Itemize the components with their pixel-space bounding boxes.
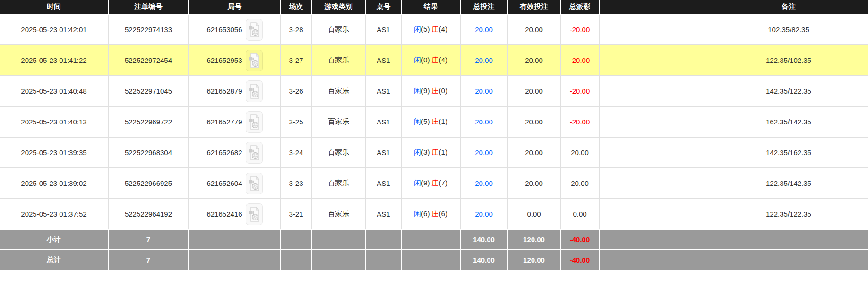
result-player-label: 闲 [414, 25, 421, 33]
video-file-icon [248, 53, 260, 69]
result-banker-label: 庄 [432, 56, 439, 64]
remark-cell: 162.35/142.35 [599, 106, 868, 137]
video-replay-button[interactable] [246, 111, 263, 133]
total-total-bet: 140.00 [460, 250, 507, 270]
valid-bet-cell: 20.00 [507, 45, 560, 76]
result-cell: 闲(5) 庄(1) [401, 106, 460, 137]
bet-records-viewport: 时间 注单编号 局号 场次 游戏类别 桌号 结果 总投注 有效投注 总派彩 备注… [0, 0, 868, 281]
result-banker-points: (6) [439, 210, 447, 218]
result-player-label: 闲 [414, 56, 421, 64]
round-no-cell: 621652879 [189, 76, 281, 106]
valid-bet-cell: 20.00 [507, 137, 560, 168]
video-file-icon [248, 114, 260, 130]
table-row: 2025-05-23 01:40:13 522522969722 6216527… [0, 106, 868, 137]
result-banker-label: 庄 [432, 210, 439, 218]
col-header-session: 场次 [281, 0, 311, 14]
video-replay-button[interactable] [246, 173, 263, 194]
subtotal-count: 7 [108, 229, 189, 250]
total-bet-cell: 20.00 [460, 199, 507, 229]
result-banker-label: 庄 [432, 87, 439, 95]
session-cell: 3-27 [281, 45, 311, 76]
total-valid-bet: 120.00 [507, 250, 560, 270]
table-row: 2025-05-23 01:40:48 522522971045 6216528… [0, 76, 868, 106]
round-no-cell: 621653056 [189, 14, 281, 45]
col-header-time: 时间 [0, 0, 108, 14]
round-no-cell: 621652604 [189, 168, 281, 199]
bet-no-cell: 522522966925 [108, 168, 189, 199]
result-cell: 闲(5) 庄(4) [401, 14, 460, 45]
result-cell: 闲(3) 庄(1) [401, 137, 460, 168]
round-no-value: 621652879 [206, 87, 242, 95]
payout-cell: 0.00 [560, 199, 599, 229]
session-cell: 3-24 [281, 137, 311, 168]
table-row: 2025-05-23 01:37:52 522522964192 6216524… [0, 199, 868, 229]
round-no-cell: 621652953 [189, 45, 281, 76]
subtotal-total-bet: 140.00 [460, 229, 507, 250]
table-no-cell: AS1 [366, 45, 401, 76]
video-replay-button[interactable] [246, 19, 263, 41]
round-no-value: 621652779 [206, 118, 242, 126]
remark-cell: 142.35/122.35 [599, 76, 868, 106]
valid-bet-cell: 0.00 [507, 199, 560, 229]
time-cell: 2025-05-23 01:39:35 [0, 137, 108, 168]
video-file-icon [248, 206, 260, 222]
table-body: 2025-05-23 01:42:01 522522974133 6216530… [0, 14, 868, 229]
total-count: 7 [108, 250, 189, 270]
video-replay-button[interactable] [246, 203, 263, 225]
video-replay-button[interactable] [246, 50, 263, 71]
video-file-icon [248, 22, 260, 38]
total-bet-cell: 20.00 [460, 14, 507, 45]
result-player-label: 闲 [414, 87, 421, 95]
col-header-payout: 总派彩 [560, 0, 599, 14]
video-file-icon [248, 176, 260, 192]
total-bet-cell: 20.00 [460, 76, 507, 106]
total-bet-cell: 20.00 [460, 106, 507, 137]
round-no-value: 621652682 [206, 149, 242, 157]
result-banker-label: 庄 [432, 148, 439, 156]
table-no-cell: AS1 [366, 14, 401, 45]
game-type-cell: 百家乐 [311, 137, 366, 168]
round-no-cell: 621652682 [189, 137, 281, 168]
subtotal-label: 小计 [0, 229, 108, 250]
result-player-label: 闲 [414, 117, 421, 125]
col-header-table-no: 桌号 [366, 0, 401, 14]
bet-no-cell: 522522974133 [108, 14, 189, 45]
table-row: 2025-05-23 01:39:02 522522966925 6216526… [0, 168, 868, 199]
video-file-icon [248, 83, 260, 99]
valid-bet-cell: 20.00 [507, 14, 560, 45]
session-cell: 3-26 [281, 76, 311, 106]
col-header-round-no: 局号 [189, 0, 281, 14]
result-player-label: 闲 [414, 210, 421, 218]
result-banker-points: (0) [439, 87, 447, 95]
table-no-cell: AS1 [366, 137, 401, 168]
result-banker-points: (1) [439, 148, 447, 156]
total-label: 总计 [0, 250, 108, 270]
col-header-remark: 备注 [599, 0, 868, 14]
result-player-points: (9) [421, 179, 430, 187]
round-no-value: 621653056 [206, 26, 242, 34]
subtotal-payout: -40.00 [560, 229, 599, 250]
result-cell: 闲(0) 庄(4) [401, 45, 460, 76]
payout-cell: -20.00 [560, 106, 599, 137]
time-cell: 2025-05-23 01:40:48 [0, 76, 108, 106]
video-replay-button[interactable] [246, 142, 263, 164]
video-replay-button[interactable] [246, 80, 263, 102]
result-cell: 闲(9) 庄(7) [401, 168, 460, 199]
time-cell: 2025-05-23 01:37:52 [0, 199, 108, 229]
table-row: 2025-05-23 01:39:35 522522968304 6216526… [0, 137, 868, 168]
round-no-cell: 621652416 [189, 199, 281, 229]
game-type-cell: 百家乐 [311, 76, 366, 106]
game-type-cell: 百家乐 [311, 168, 366, 199]
result-banker-points: (4) [439, 56, 447, 64]
bet-no-cell: 522522971045 [108, 76, 189, 106]
result-player-points: (6) [421, 210, 430, 218]
round-no-value: 621652416 [206, 210, 242, 218]
result-player-points: (3) [421, 148, 430, 156]
col-header-bet-no: 注单编号 [108, 0, 189, 14]
table-header: 时间 注单编号 局号 场次 游戏类别 桌号 结果 总投注 有效投注 总派彩 备注 [0, 0, 868, 14]
session-cell: 3-21 [281, 199, 311, 229]
round-no-cell: 621652779 [189, 106, 281, 137]
bet-records-table: 时间 注单编号 局号 场次 游戏类别 桌号 结果 总投注 有效投注 总派彩 备注… [0, 0, 868, 271]
header-row: 时间 注单编号 局号 场次 游戏类别 桌号 结果 总投注 有效投注 总派彩 备注 [0, 0, 868, 14]
payout-cell: -20.00 [560, 45, 599, 76]
